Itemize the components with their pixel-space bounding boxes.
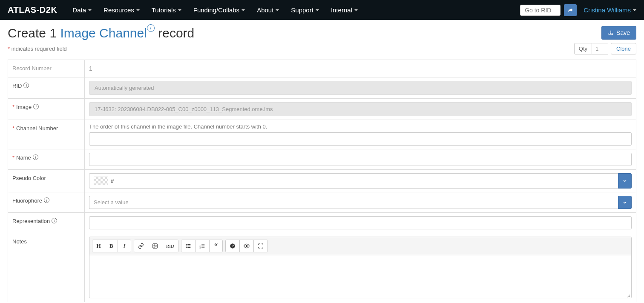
info-icon[interactable]: i (33, 104, 39, 109)
pseudo-color-field[interactable]: # (89, 173, 632, 189)
chevron-down-icon (622, 200, 627, 205)
sub-header: * indicates required field Qty Clone (0, 40, 644, 60)
svg-point-1 (154, 245, 155, 246)
resize-handle-icon[interactable] (626, 293, 630, 297)
image-field: 17-J632: 20230608-LDB022-005_C00_z0000_1… (89, 102, 632, 116)
chevron-down-icon (88, 9, 92, 11)
nav-item-resources[interactable]: Resources (98, 0, 146, 20)
nav-item-data[interactable]: Data (66, 0, 98, 20)
svg-point-16 (246, 245, 247, 247)
navbar: ATLAS-D2K Data Resources Tutorials Fundi… (0, 0, 644, 20)
svg-rect-13 (201, 248, 204, 248)
user-menu[interactable]: Cristina Williams (580, 6, 636, 14)
preview-button[interactable] (240, 240, 254, 252)
label-pseudo-color: Pseudo Color (8, 170, 85, 192)
info-icon[interactable]: i (52, 218, 57, 223)
nav-item-about[interactable]: About (251, 0, 285, 20)
number-list-button[interactable]: 123 (196, 240, 210, 252)
page-header: Create 1 Image Channeli record Save (0, 20, 644, 40)
info-icon[interactable]: i (23, 83, 29, 88)
svg-rect-6 (187, 246, 190, 246)
page-title: Create 1 Image Channeli record (8, 26, 194, 40)
chevron-down-icon (316, 9, 319, 11)
form-table: Record Number 1 RID i Automatically gene… (8, 60, 636, 302)
label-image: *Image i (8, 99, 85, 120)
chevron-down-icon (242, 9, 245, 11)
svg-rect-12 (201, 246, 204, 246)
bold-button[interactable]: B (105, 240, 118, 252)
representation-input[interactable] (89, 216, 632, 229)
brand-logo[interactable]: ATLAS-D2K (8, 5, 57, 15)
qty-label: Qty (574, 43, 592, 54)
fullscreen-icon (258, 243, 264, 249)
nav-items: Data Resources Tutorials Funding/Collabs… (66, 0, 364, 20)
quote-button[interactable]: “ (210, 240, 222, 252)
entity-link[interactable]: Image Channeli (60, 26, 154, 40)
italic-button[interactable]: I (118, 240, 131, 252)
nav-item-funding[interactable]: Funding/Collabs (187, 0, 251, 20)
name-input[interactable] (89, 153, 632, 166)
bullet-list-icon (185, 243, 191, 249)
pseudo-color-dropdown-toggle[interactable] (618, 173, 632, 189)
rid-search-input[interactable] (520, 5, 561, 16)
info-icon[interactable]: i (33, 154, 38, 160)
notes-editor: H B I RID (89, 237, 632, 298)
fullscreen-button[interactable] (254, 240, 267, 252)
link-icon (138, 243, 144, 249)
fluorophore-field[interactable]: Select a value (89, 196, 632, 209)
info-icon[interactable]: i (44, 197, 49, 203)
label-notes: Notes (8, 233, 85, 302)
nav-right: Cristina Williams (520, 4, 636, 16)
image-icon (152, 243, 158, 249)
help-icon: ? (230, 243, 236, 249)
chevron-down-icon (354, 9, 358, 11)
row-rid: RID i Automatically generated (8, 77, 636, 99)
chevron-down-icon (633, 9, 636, 11)
row-record-number: Record Number 1 (8, 60, 636, 77)
row-pseudo-color: Pseudo Color # (8, 170, 636, 192)
notes-textarea[interactable] (89, 255, 631, 298)
svg-text:?: ? (232, 244, 234, 248)
channel-hint: The order of this channel in the image f… (89, 123, 632, 130)
label-representation: Representation i (8, 213, 85, 233)
nav-item-tutorials[interactable]: Tutorials (146, 0, 187, 20)
bullet-list-button[interactable] (181, 240, 196, 252)
svg-point-2 (186, 244, 187, 245)
image-button[interactable] (148, 240, 162, 252)
channel-number-input[interactable] (89, 132, 632, 146)
nav-item-internal[interactable]: Internal (325, 0, 364, 20)
row-name: *Name i (8, 149, 636, 170)
save-icon (608, 30, 614, 36)
label-fluorophore: Fluorophore i (8, 192, 85, 212)
row-fluorophore: Fluorophore i Select a value (8, 192, 636, 213)
chevron-down-icon (276, 9, 279, 11)
row-channel-number: *Channel Number The order of this channe… (8, 120, 636, 149)
value-record-number: 1 (85, 60, 636, 77)
svg-point-4 (186, 247, 187, 248)
qty-clone-controls: Qty Clone (574, 43, 636, 54)
heading-button[interactable]: H (92, 240, 105, 252)
qty-input[interactable] (592, 43, 608, 54)
clone-button[interactable]: Clone (611, 43, 636, 54)
row-image: *Image i 17-J632: 20230608-LDB022-005_C0… (8, 99, 636, 120)
share-arrow-icon (567, 7, 573, 13)
label-rid: RID i (8, 77, 85, 98)
info-icon[interactable]: i (147, 24, 155, 32)
svg-text:3: 3 (200, 247, 201, 249)
nav-item-support[interactable]: Support (285, 0, 325, 20)
label-record-number: Record Number (8, 60, 85, 77)
svg-rect-5 (187, 244, 190, 245)
label-channel-number: *Channel Number (8, 120, 85, 149)
save-button[interactable]: Save (601, 26, 636, 40)
required-note: * indicates required field (8, 46, 67, 52)
chevron-down-icon (622, 178, 627, 183)
help-button[interactable]: ? (226, 240, 240, 252)
rid-go-button[interactable] (564, 4, 577, 16)
link-button[interactable] (134, 240, 148, 252)
chevron-down-icon (178, 9, 181, 11)
svg-rect-11 (201, 244, 204, 244)
svg-point-3 (186, 246, 187, 246)
svg-rect-7 (187, 247, 190, 248)
rid-button[interactable]: RID (162, 240, 178, 252)
fluorophore-dropdown-toggle[interactable] (618, 196, 632, 209)
